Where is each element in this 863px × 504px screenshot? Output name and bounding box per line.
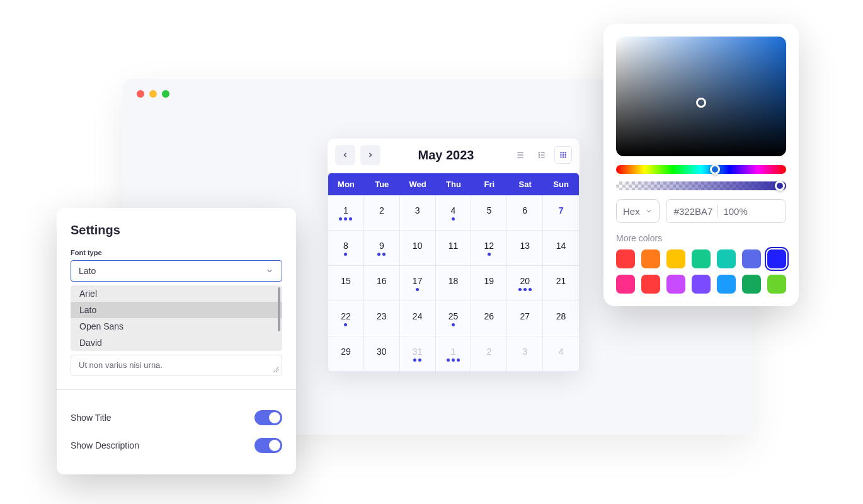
maximize-window-icon[interactable] (162, 90, 169, 98)
calendar-day-cell[interactable]: 1 (436, 336, 472, 372)
font-selected-value: Lato (79, 266, 96, 276)
calendar-day-cell[interactable]: 13 (507, 231, 543, 266)
color-swatch[interactable] (616, 249, 635, 268)
svg-point-9 (560, 152, 561, 153)
color-swatch[interactable] (666, 275, 685, 294)
calendar-day-cell[interactable]: 30 (364, 336, 400, 372)
show-description-toggle[interactable] (254, 438, 282, 453)
calendar-day-cell[interactable]: 22 (328, 301, 364, 336)
show-description-row: Show Description (71, 432, 282, 459)
calendar-day-cell[interactable]: 2 (471, 336, 507, 372)
font-option[interactable]: Open Sans (71, 318, 282, 335)
font-option[interactable]: Lato (71, 302, 282, 318)
chevron-down-icon (645, 207, 653, 215)
calendar-day-cell[interactable]: 19 (471, 266, 507, 301)
calendar-next-button[interactable] (360, 145, 380, 165)
color-swatch[interactable] (767, 249, 786, 268)
calendar-day-cell[interactable]: 15 (328, 266, 364, 301)
font-type-select[interactable]: Lato (71, 260, 282, 282)
settings-panel: Settings Font type Lato ArielLatoOpen Sa… (57, 208, 296, 474)
calendar-day-cell[interactable]: 20 (507, 266, 543, 301)
svg-point-3 (539, 152, 539, 153)
calendar-day-cell[interactable]: 10 (400, 231, 436, 266)
color-swatch[interactable] (767, 275, 786, 294)
calendar-prev-button[interactable] (335, 145, 355, 165)
description-textarea[interactable]: Ut non varius nisi urna. (71, 355, 282, 375)
show-title-label: Show Title (71, 413, 111, 423)
calendar-day-cell[interactable]: 2 (364, 195, 400, 231)
calendar-day-cell[interactable]: 3 (507, 336, 543, 372)
font-dropdown-list[interactable]: ArielLatoOpen SansDavid (71, 285, 282, 351)
minimize-window-icon[interactable] (149, 90, 157, 98)
svg-point-11 (564, 152, 566, 153)
calendar-day-cell[interactable]: 7 (543, 195, 579, 231)
calendar-day-view-button[interactable] (512, 146, 529, 164)
svg-point-13 (563, 154, 564, 156)
font-type-label: Font type (71, 249, 282, 256)
calendar-day-cell[interactable]: 14 (543, 231, 579, 266)
color-swatch[interactable] (717, 275, 736, 294)
svg-point-14 (564, 154, 566, 156)
calendar-grid-view-button[interactable] (554, 146, 572, 164)
color-gradient-area[interactable] (616, 37, 786, 156)
color-swatch[interactable] (641, 275, 660, 294)
calendar-day-cell[interactable]: 25 (436, 301, 472, 336)
color-swatch[interactable] (616, 275, 635, 294)
calendar-day-cell[interactable]: 24 (400, 301, 436, 336)
calendar-day-cell[interactable]: 29 (328, 336, 364, 372)
calendar-day-cell[interactable]: 31 (400, 336, 436, 372)
color-swatches (616, 249, 786, 294)
color-swatch[interactable] (742, 249, 761, 268)
calendar-day-cell[interactable]: 18 (436, 266, 472, 301)
calendar-day-cell[interactable]: 11 (436, 231, 472, 266)
font-option[interactable]: Ariel (71, 285, 282, 302)
color-swatch[interactable] (692, 275, 711, 294)
calendar-day-cell[interactable]: 12 (471, 231, 507, 266)
calendar-day-cell[interactable]: 27 (507, 301, 543, 336)
color-swatch[interactable] (717, 249, 736, 268)
svg-point-7 (539, 157, 539, 158)
color-format-select[interactable]: Hex (616, 199, 660, 223)
calendar-day-cell[interactable]: 3 (400, 195, 436, 231)
color-inputs-row: Hex #322BA7 100% (616, 199, 786, 223)
calendar-day-cell[interactable]: 16 (364, 266, 400, 301)
calendar-dow-header: Sat (507, 173, 543, 195)
calendar-day-cell[interactable]: 21 (543, 266, 579, 301)
hue-slider[interactable] (616, 165, 786, 174)
calendar-day-cell[interactable]: 9 (364, 231, 400, 266)
chevron-down-icon (265, 266, 274, 275)
alpha-handle[interactable] (775, 181, 785, 191)
gradient-handle[interactable] (696, 98, 706, 108)
color-swatch[interactable] (692, 249, 711, 268)
show-title-toggle[interactable] (254, 410, 282, 425)
calendar-day-cell[interactable]: 28 (543, 301, 579, 336)
calendar-day-cell[interactable]: 8 (328, 231, 364, 266)
alpha-slider[interactable] (616, 181, 786, 190)
color-swatch[interactable] (742, 275, 761, 294)
font-option[interactable]: David (71, 335, 282, 351)
calendar-day-cell[interactable]: 17 (400, 266, 436, 301)
calendar-dow-header: Thu (436, 173, 472, 195)
color-swatch[interactable] (666, 249, 685, 268)
svg-point-16 (563, 156, 564, 158)
calendar-day-cell[interactable]: 4 (543, 336, 579, 372)
calendar-day-cell[interactable]: 1 (328, 195, 364, 231)
color-swatch[interactable] (641, 249, 660, 268)
calendar-grid: MonTueWedThuFriSatSun1234567891011121314… (328, 173, 580, 372)
calendar-day-cell[interactable]: 5 (471, 195, 507, 231)
calendar-dow-header: Fri (471, 173, 507, 195)
color-format-value: Hex (623, 206, 640, 217)
calendar-day-cell[interactable]: 26 (471, 301, 507, 336)
calendar-day-cell[interactable]: 6 (507, 195, 543, 231)
divider (717, 205, 718, 217)
close-window-icon[interactable] (137, 90, 144, 98)
more-colors-label: More colors (616, 233, 786, 243)
calendar-day-cell[interactable]: 4 (436, 195, 472, 231)
calendar-day-cell[interactable]: 23 (364, 301, 400, 336)
svg-point-15 (560, 156, 561, 158)
calendar-list-view-button[interactable] (533, 146, 551, 164)
hue-handle[interactable] (710, 164, 720, 175)
calendar-widget: May 2023 MonTueWedThuFriSatSun1234567891… (328, 139, 580, 372)
color-hex-input[interactable]: #322BA7 100% (666, 199, 786, 223)
calendar-title: May 2023 (386, 148, 506, 163)
